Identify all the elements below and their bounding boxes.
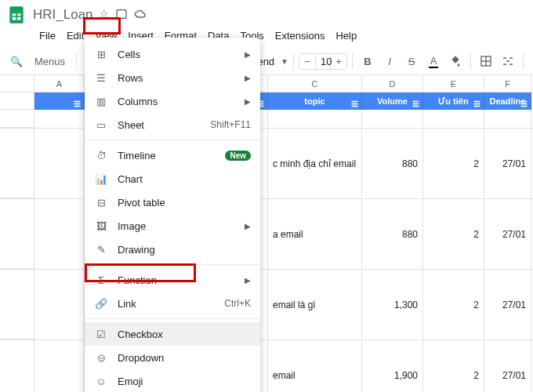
cell[interactable]: 1,900 <box>362 340 423 392</box>
menubar: File Edit View Insert Format Data Tools … <box>0 27 533 48</box>
column-header-a[interactable]: A <box>34 75 85 92</box>
cell[interactable]: 27/01 <box>484 340 531 392</box>
cell[interactable]: 27/01 <box>484 129 531 198</box>
filter-icon[interactable]: ☰ <box>412 96 419 113</box>
fill-color-button[interactable] <box>445 51 466 71</box>
sheet-icon: ▭ <box>94 118 108 132</box>
menu-item-columns[interactable]: ▥Columns▶ <box>85 89 260 113</box>
menu-item-cells[interactable]: ⊞Cells▶ <box>85 42 260 66</box>
menu-item-image[interactable]: 🖼Image▶ <box>85 214 260 238</box>
table-header[interactable]: topic☰ <box>268 93 362 110</box>
emoji-icon: ☺ <box>94 374 108 388</box>
font-size-value[interactable]: 10 <box>315 54 331 69</box>
cell[interactable]: 1,300 <box>362 270 423 339</box>
text-color-button[interactable]: A <box>423 51 444 71</box>
menu-item-timeline[interactable]: ⏱TimelineNew <box>85 143 260 167</box>
table-header[interactable]: Ưu tiên☰ <box>423 93 484 110</box>
insert-menu-dropdown: ⊞Cells▶ ☰Rows▶ ▥Columns▶ ▭SheetShift+F11… <box>85 38 260 392</box>
pivot-icon: ⊟ <box>94 195 108 209</box>
function-icon: Σ <box>94 273 108 287</box>
columns-icon: ▥ <box>94 94 108 108</box>
search-menus-icon[interactable]: 🔍 <box>6 51 27 71</box>
new-badge: New <box>225 151 251 161</box>
bold-button[interactable]: B <box>357 51 378 71</box>
menu-item-function[interactable]: ΣFunction▶ <box>85 268 260 292</box>
chevron-right-icon: ▶ <box>245 276 251 285</box>
cell[interactable]: email là gì <box>268 270 362 339</box>
document-title[interactable]: HRI_Loan <box>33 7 93 23</box>
drawing-icon: ✎ <box>94 242 108 256</box>
menu-item-emoji[interactable]: ☺Emoji <box>85 369 260 392</box>
cloud-status-icon[interactable] <box>134 8 147 23</box>
cell[interactable]: c minh địa chỉ email <box>268 129 362 198</box>
menu-item-sheet[interactable]: ▭SheetShift+F11 <box>85 113 260 136</box>
chevron-right-icon: ▶ <box>245 97 251 106</box>
column-header-f[interactable]: F <box>484 75 531 92</box>
filter-icon[interactable]: ☰ <box>351 96 358 113</box>
strikethrough-button[interactable]: S <box>401 51 422 71</box>
cells-icon: ⊞ <box>94 47 108 61</box>
table-header[interactable]: Volume☰ <box>362 93 423 110</box>
font-size-increase[interactable]: + <box>331 56 346 67</box>
dropdown-icon: ⊝ <box>94 350 108 365</box>
search-menus-label: Menus <box>30 56 70 67</box>
menu-item-pivot[interactable]: ⊟Pivot table <box>85 191 260 214</box>
chevron-right-icon: ▶ <box>245 50 251 59</box>
menu-item-drawing[interactable]: ✎Drawing <box>85 238 260 261</box>
table-header[interactable]: ☰ <box>34 93 85 110</box>
menu-item-link[interactable]: 🔗LinkCtrl+K <box>85 292 260 315</box>
menu-file[interactable]: File <box>34 28 60 43</box>
cell[interactable]: email <box>268 340 362 392</box>
move-icon[interactable] <box>115 8 128 23</box>
menu-extensions[interactable]: Extensions <box>270 28 330 43</box>
cell[interactable]: 2 <box>423 199 484 269</box>
column-header-e[interactable]: E <box>423 75 484 92</box>
table-header[interactable]: Deadline☰ <box>484 93 531 110</box>
cell[interactable]: 2 <box>423 340 484 392</box>
cell[interactable]: 27/01 <box>484 199 531 269</box>
chart-icon: 📊 <box>94 172 108 186</box>
svg-rect-4 <box>16 13 17 20</box>
menu-item-dropdown[interactable]: ⊝Dropdown <box>85 346 260 369</box>
image-icon: 🖼 <box>94 219 108 233</box>
font-size-control[interactable]: − 10 + <box>299 53 347 70</box>
italic-button[interactable]: I <box>379 51 400 71</box>
toolbar: 🔍 Menus Lexend ▼ − 10 + B I S A <box>0 48 533 75</box>
cell[interactable]: 2 <box>423 270 484 339</box>
rows-icon: ☰ <box>94 71 108 85</box>
menu-item-checkbox[interactable]: ☑Checkbox <box>85 322 260 346</box>
borders-button[interactable] <box>476 51 496 71</box>
menu-help[interactable]: Help <box>331 28 361 43</box>
cell[interactable]: a email <box>268 199 362 269</box>
column-header-d[interactable]: D <box>362 75 423 92</box>
menu-item-chart[interactable]: 📊Chart <box>85 167 260 191</box>
menu-item-rows[interactable]: ☰Rows▶ <box>85 66 260 89</box>
cell[interactable]: 27/01 <box>484 270 531 339</box>
timeline-icon: ⏱ <box>94 148 108 162</box>
cell[interactable]: 2 <box>423 129 484 198</box>
filter-icon[interactable]: ☰ <box>74 96 81 113</box>
star-icon[interactable]: ☆ <box>100 8 109 23</box>
cell[interactable]: 880 <box>362 199 423 269</box>
chevron-right-icon: ▶ <box>245 74 251 82</box>
column-header-c[interactable]: C <box>268 75 362 92</box>
cell[interactable]: 880 <box>362 129 423 198</box>
merge-button[interactable] <box>498 51 518 71</box>
checkbox-icon: ☑ <box>94 327 108 341</box>
link-icon: 🔗 <box>94 296 108 310</box>
chevron-right-icon: ▶ <box>245 222 251 230</box>
font-size-decrease[interactable]: − <box>299 56 315 67</box>
filter-icon[interactable]: ☰ <box>520 96 528 113</box>
filter-icon[interactable]: ☰ <box>473 96 480 113</box>
sheets-logo[interactable] <box>6 5 27 25</box>
